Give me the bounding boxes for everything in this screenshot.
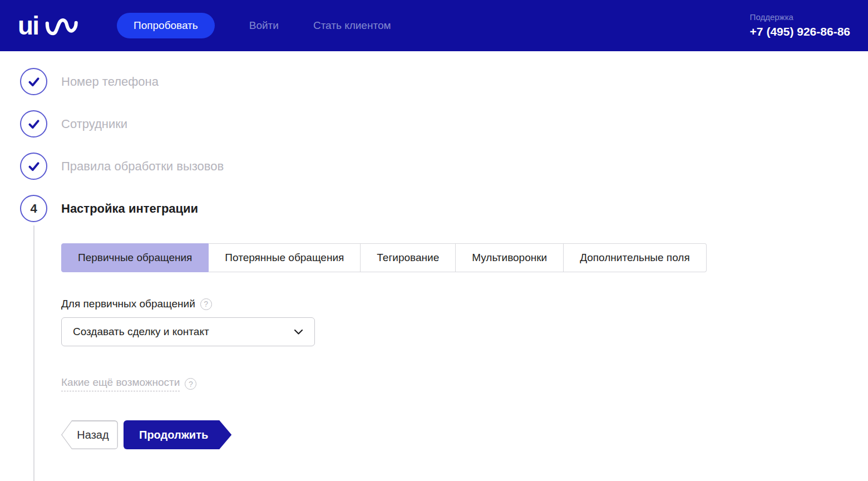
- support-label: Поддержка: [750, 11, 850, 23]
- step-integration-setup: 4 Настройка интеграции: [20, 195, 868, 222]
- tab-lost-requests[interactable]: Потерянные обращения: [209, 243, 361, 272]
- step-label: Настройка интеграции: [61, 202, 198, 216]
- uis-logo[interactable]: ui: [18, 11, 79, 42]
- step-employees[interactable]: Сотрудники: [20, 110, 868, 138]
- step-done-circle: [20, 110, 47, 138]
- primary-action-select[interactable]: Создавать сделку и контакт: [61, 317, 315, 346]
- wizard-actions: Назад Продолжить: [61, 420, 868, 449]
- top-navbar: ui Попробовать Войти Стать клиентом Подд…: [0, 0, 868, 51]
- select-value: Создавать сделку и контакт: [73, 326, 209, 338]
- step-call-rules[interactable]: Правила обработки вызовов: [20, 153, 868, 180]
- step-number: 4: [30, 202, 37, 216]
- primary-requests-field: Для первичных обращений ? Создавать сдел…: [61, 298, 868, 346]
- tab-extra-fields[interactable]: Дополнительные поля: [564, 243, 707, 272]
- more-options-link[interactable]: Какие ещё возможности: [61, 376, 180, 391]
- step-done-circle: [20, 68, 47, 95]
- login-link[interactable]: Войти: [249, 19, 279, 32]
- step-label: Номер телефона: [61, 75, 159, 89]
- check-icon: [27, 117, 41, 131]
- support-block: Поддержка +7 (495) 926-86-86: [750, 11, 850, 40]
- integration-setup-panel: Первичные обращения Потерянные обращения…: [33, 222, 868, 481]
- check-icon: [27, 159, 41, 174]
- step-label: Сотрудники: [61, 117, 127, 131]
- step-label: Правила обработки вызовов: [61, 159, 224, 174]
- tab-primary-requests[interactable]: Первичные обращения: [61, 243, 209, 272]
- step-number-circle: 4: [20, 195, 47, 222]
- help-icon[interactable]: ?: [185, 378, 196, 390]
- chevron-down-icon: [294, 329, 303, 335]
- check-icon: [27, 75, 41, 89]
- support-phone: +7 (495) 926-86-86: [750, 23, 850, 40]
- svg-text:ui: ui: [18, 12, 38, 40]
- become-client-link[interactable]: Стать клиентом: [313, 19, 391, 32]
- back-button-label: Назад: [62, 421, 117, 449]
- wizard-steps: Номер телефона Сотрудники Правила обрабо…: [0, 51, 868, 222]
- tab-multifunnels[interactable]: Мультиворонки: [456, 243, 564, 272]
- continue-button[interactable]: Продолжить: [124, 420, 231, 449]
- field-label: Для первичных обращений: [61, 298, 195, 310]
- step-phone-number[interactable]: Номер телефона: [20, 68, 868, 95]
- integration-tabs: Первичные обращения Потерянные обращения…: [61, 243, 707, 272]
- main-nav: Попробовать Войти Стать клиентом: [117, 13, 391, 38]
- step-done-circle: [20, 153, 47, 180]
- tab-tagging[interactable]: Тегирование: [361, 243, 456, 272]
- back-button[interactable]: Назад: [61, 420, 118, 449]
- help-icon[interactable]: ?: [200, 298, 212, 310]
- try-button[interactable]: Попробовать: [117, 13, 215, 38]
